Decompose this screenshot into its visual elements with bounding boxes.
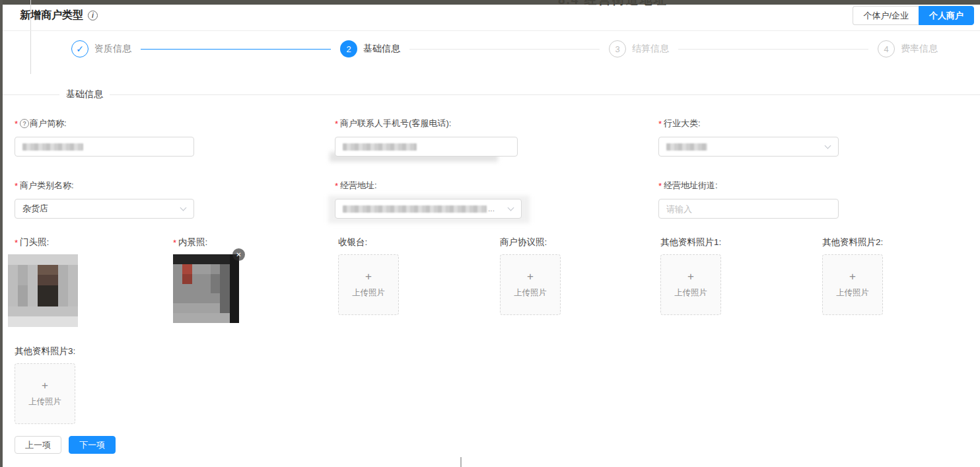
plus-icon: + [365,271,372,282]
background-window-bar [0,0,980,5]
info-icon[interactable]: i [88,11,98,20]
required-asterisk: * [15,181,18,191]
selected-value: 杂货店 [22,203,48,215]
photo-other-1: 其他资料照片1: + 上传照片 [660,236,721,315]
required-asterisk: * [658,181,662,191]
step-connector [141,49,331,50]
redacted-value [343,205,487,213]
page-title: 新增商户类型 [20,9,83,22]
upload-label: 上传照片 [836,287,869,299]
step-number: 4 [878,40,895,57]
plus-icon: + [527,271,534,282]
photo-label-text: 门头照: [20,236,49,248]
step-label: 基础信息 [363,43,400,55]
field-label-text: 行业大类: [664,118,701,129]
add-merchant-type-page: 8.4 经营街道地址 新增商户类型 i 个体户/企业 个人商户 ✓ 资质信息 2… [0,0,980,467]
merchant-type-toggle: 个体户/企业 个人商户 [853,6,974,25]
toggle-individual-enterprise-button[interactable]: 个体户/企业 [853,6,919,25]
photo-label: * 门头照: [15,236,78,248]
other-photo-2-upload-button[interactable]: + 上传照片 [822,254,883,315]
header-divider [3,30,980,31]
industry-category-select[interactable] [658,137,839,157]
contact-phone-input[interactable] [335,137,518,157]
photo-label-text: 内景照: [178,236,207,248]
other-photo-1-upload-button[interactable]: + 上传照片 [660,254,721,315]
help-icon[interactable]: ? [20,119,29,128]
photo-label-text: 其他资料照片3: [15,345,75,357]
plus-icon: + [42,380,48,391]
field-contact-phone: * 商户联系人手机号(客服电话): [335,118,518,157]
field-label-text: 商户简称: [30,118,67,129]
field-merchant-category: * 商户类别名称: 杂货店 [15,180,194,219]
step-basic-info: 2 基础信息 [340,40,400,57]
cursor-artifact [460,457,462,467]
field-label: * 商户类别名称: [15,180,194,192]
photo-label-text: 其他资料照片1: [660,236,721,248]
field-label-text: 经营地址: [340,180,377,192]
plus-icon: + [687,271,694,282]
step-label: 结算信息 [632,43,669,55]
wizard-stepper: ✓ 资质信息 2 基础信息 3 结算信息 4 费率信息 [71,40,938,57]
chevron-down-icon [825,143,831,149]
field-business-address: * 经营地址: ... [335,180,522,219]
required-asterisk: * [173,238,176,248]
door-photo-thumbnail[interactable] [8,254,78,327]
redacted-value [22,143,83,151]
photo-label: 收银台: [338,236,399,248]
close-icon[interactable]: ✕ [232,248,245,261]
photo-label: 其他资料照片1: [660,236,721,248]
field-label: * 商户联系人手机号(客服电话): [335,118,518,129]
step-connector [678,49,868,50]
background-clipped-heading-text: 8.4 经营街道地址 [558,0,756,7]
upload-label: 上传照片 [28,396,61,408]
address-street-input[interactable] [658,199,839,219]
field-merchant-short-name: * ? 商户简称: [15,118,194,157]
required-asterisk: * [15,119,18,129]
previous-step-button[interactable]: 上一项 [15,436,61,454]
redacted-value [343,143,417,151]
next-step-button[interactable]: 下一项 [69,436,116,454]
photo-other-2: 其他资料照片2: + 上传照片 [822,236,883,315]
merchant-category-select[interactable]: 杂货店 [15,199,194,219]
cashier-upload-button[interactable]: + 上传照片 [338,254,399,315]
field-label: * 行业大类: [658,118,839,129]
photo-door: * 门头照: [15,236,78,327]
photo-cashier: 收银台: + 上传照片 [338,236,399,315]
pixelated-photo [173,254,239,323]
agreement-upload-button[interactable]: + 上传照片 [500,254,561,315]
step-qualification-info: ✓ 资质信息 [71,40,131,57]
plus-icon: + [849,271,856,282]
business-address-cascader[interactable]: ... [335,199,522,219]
photo-label: 其他资料照片3: [15,345,75,357]
redacted-value [666,143,707,151]
merchant-short-name-input[interactable] [15,137,194,157]
upload-label: 上传照片 [674,287,707,299]
step-label: 资质信息 [94,43,131,55]
required-asterisk: * [335,119,338,129]
interior-photo-thumbnail[interactable]: ✕ [173,254,239,323]
field-label-text: 商户类别名称: [20,180,74,192]
photo-label: 其他资料照片2: [822,236,883,248]
divider-line [110,94,980,95]
left-window-edge [0,0,3,467]
step-label: 费率信息 [901,43,938,55]
page-title-wrap: 新增商户类型 i [20,9,98,22]
background-clipped-heading: 8.4 经营街道地址 [558,0,756,7]
photo-interior: * 内景照: ✕ [173,236,239,323]
upload-label: 上传照片 [514,287,547,299]
step-number: 2 [340,40,357,57]
photo-label-text: 收银台: [338,236,367,248]
field-label-text: 经营地址街道: [664,180,718,192]
chevron-down-icon [508,205,514,211]
field-label: * 经营地址街道: [658,180,839,192]
field-label-text: 商户联系人手机号(客服电话): [340,118,451,129]
step-settlement-info: 3 结算信息 [609,40,669,57]
toggle-personal-merchant-button[interactable]: 个人商户 [919,6,974,25]
step-rate-info: 4 费率信息 [878,40,938,57]
field-label: * ? 商户简称: [15,118,194,129]
step-number: 3 [609,40,626,57]
upload-label: 上传照片 [352,287,385,299]
chevron-down-icon [180,205,187,211]
section-title: 基础信息 [59,89,110,100]
other-photo-3-upload-button[interactable]: + 上传照片 [15,363,75,424]
